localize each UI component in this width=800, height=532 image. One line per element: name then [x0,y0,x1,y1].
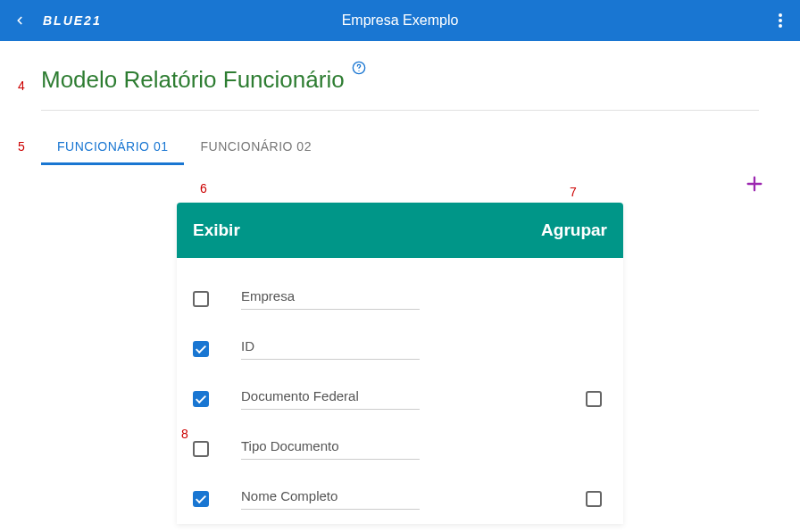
more-vertical-icon [779,13,782,28]
panel-header: Exibir Agrupar [177,203,623,258]
panel-wrap: Exibir Agrupar EmpresaIDDocumento Federa… [41,203,759,524]
agrupar-checkbox[interactable] [586,491,602,507]
divider [41,110,759,111]
svg-point-0 [779,13,782,17]
field-label: ID [241,338,420,360]
tab-1[interactable]: FUNCIONÁRIO 02 [184,132,327,165]
field-row: Empresa [193,274,607,324]
field-label: Documento Federal [241,388,420,410]
content-area: 4 Modelo Relatório Funcionário 5 FUNCION… [0,66,800,524]
annotation-5: 5 [18,139,25,154]
add-button[interactable] [745,174,764,197]
panel-rows: EmpresaIDDocumento FederalTipo Documento… [177,258,623,524]
chevron-left-icon [13,14,26,27]
config-panel: Exibir Agrupar EmpresaIDDocumento Federa… [177,203,623,524]
field-label: Nome Completo [241,488,420,510]
exibir-checkbox[interactable] [193,291,209,307]
field-row: ID [193,324,607,374]
field-label: Tipo Documento [241,438,420,460]
field-row: Documento Federal [193,374,607,424]
exibir-checkbox[interactable] [193,441,209,457]
svg-point-2 [779,24,782,28]
header-title: Empresa Exemplo [342,12,459,29]
page-title-row: 4 Modelo Relatório Funcionário [41,66,759,94]
field-label: Empresa [241,288,420,310]
exibir-header: Exibir [193,220,240,240]
agrupar-checkbox[interactable] [586,391,602,407]
exibir-checkbox[interactable] [193,491,209,507]
svg-point-1 [779,19,782,22]
tabs: 5 FUNCIONÁRIO 01FUNCIONÁRIO 02 [41,132,759,165]
help-icon[interactable] [352,61,366,79]
annotation-6: 6 [200,181,207,195]
question-circle-icon [352,61,366,75]
annotation-8: 8 [181,427,188,441]
exibir-checkbox[interactable] [193,391,209,407]
annotation-7: 7 [570,185,577,199]
add-row [41,172,759,203]
app-header: BLUE21 Empresa Exemplo [0,0,800,41]
svg-point-4 [358,71,359,71]
more-menu-button[interactable] [771,12,789,29]
back-button[interactable] [11,12,29,29]
field-row: Nome Completo [193,474,607,524]
agrupar-header: Agrupar [541,220,607,240]
exibir-checkbox[interactable] [193,341,209,357]
logo: BLUE21 [43,13,102,28]
annotation-4: 4 [18,79,25,93]
page-title: Modelo Relatório Funcionário [41,66,345,94]
field-row: Tipo Documento [193,424,607,474]
plus-icon [745,174,764,194]
tab-0[interactable]: FUNCIONÁRIO 01 [41,132,184,165]
